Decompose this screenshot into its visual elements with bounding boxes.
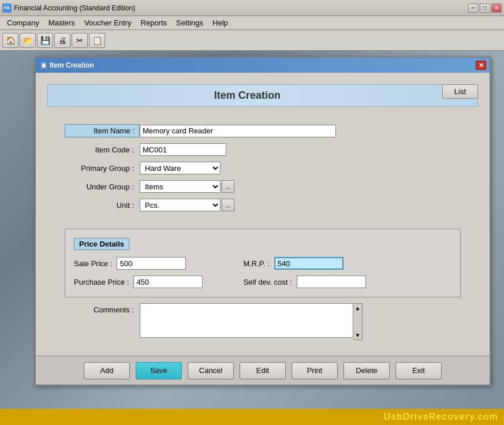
self-dev-cost-row: Self dev. cost :: [243, 275, 365, 288]
scrollbar-up[interactable]: ▲: [353, 305, 362, 311]
toolbar-paste-button[interactable]: 📋: [89, 33, 105, 48]
menu-bar: Company Masters Voucher Entry Reports Se…: [0, 16, 504, 30]
under-group-browse-button[interactable]: ...: [222, 180, 234, 193]
unit-browse-button[interactable]: ...: [222, 199, 234, 211]
item-name-input[interactable]: [140, 125, 336, 137]
price-right-col: M.R.P. : Self dev. cost :: [243, 257, 365, 288]
brand-rest: Recovery.com: [429, 412, 498, 422]
unit-label: Unit :: [65, 201, 140, 210]
cancel-button[interactable]: Cancel: [188, 362, 234, 379]
delete-button[interactable]: Delete: [344, 362, 390, 379]
dialog-footer: Add Save Cancel Edit Print Delete Exit: [36, 356, 490, 385]
sale-price-label: Sale Price :: [74, 259, 112, 268]
dialog-title: Item Creation: [50, 61, 94, 69]
toolbar-save-button[interactable]: 💾: [37, 33, 53, 48]
item-name-row: Item Name :: [65, 124, 461, 137]
minimize-button[interactable]: ─: [468, 3, 479, 13]
menu-settings[interactable]: Settings: [171, 17, 208, 28]
list-button[interactable]: List: [442, 84, 478, 99]
scrollbar-down[interactable]: ▼: [353, 332, 362, 338]
item-code-input[interactable]: [140, 143, 226, 156]
toolbar: 🏠 📂 💾 🖨 ✂ 📋: [0, 30, 504, 51]
print-button[interactable]: Print: [292, 362, 338, 379]
maximize-button[interactable]: □: [480, 3, 490, 13]
menu-reports[interactable]: Reports: [136, 17, 172, 28]
under-group-select[interactable]: Items Sub Items: [140, 180, 221, 193]
add-button[interactable]: Add: [84, 362, 130, 379]
price-grid: Sale Price : Purchase Price : M.R.P. :: [74, 257, 451, 288]
purchase-price-label: Purchase Price :: [74, 278, 129, 286]
price-details-title: Price Details: [74, 238, 129, 250]
under-group-label: Under Group :: [65, 182, 140, 191]
app-icon: FA: [2, 3, 12, 13]
dialog-close-button[interactable]: ✕: [476, 61, 486, 70]
toolbar-home-button[interactable]: 🏠: [2, 33, 18, 48]
close-button[interactable]: ✕: [491, 3, 502, 13]
price-details-section: Price Details Sale Price : Purchase Pric…: [65, 229, 461, 297]
under-group-row: Under Group : Items Sub Items ...: [65, 180, 461, 193]
mrp-label: M.R.P. :: [243, 259, 269, 268]
form-title: Item Creation: [47, 84, 478, 107]
dialog-title-bar: 📋 Item Creation ✕: [36, 58, 490, 73]
save-button[interactable]: Save: [136, 362, 182, 379]
comments-row: Comments : ▲ ▼: [65, 303, 461, 340]
primary-group-label: Primary Group :: [65, 164, 140, 173]
edit-button[interactable]: Edit: [240, 362, 286, 379]
brand-highlight: UsbDrive: [384, 412, 429, 422]
bottom-bar: UsbDriveRecovery.com: [0, 409, 504, 425]
main-area: 📋 Item Creation ✕ List Item Creation Ite…: [0, 51, 504, 397]
self-dev-cost-label: Self dev. cost :: [243, 278, 292, 286]
dialog-content: List Item Creation Item Name : Item Code…: [36, 73, 490, 356]
title-bar: FA Financial Accounting (Standard Editio…: [0, 0, 504, 16]
purchase-price-input[interactable]: [133, 275, 203, 288]
brand-text: UsbDriveRecovery.com: [384, 412, 498, 422]
toolbar-print-button[interactable]: 🖨: [54, 33, 70, 48]
menu-masters[interactable]: Masters: [44, 17, 80, 28]
toolbar-cut-button[interactable]: ✂: [72, 33, 88, 48]
comments-section: Comments : ▲ ▼: [65, 303, 461, 340]
app-title: Financial Accounting (Standard Edition): [14, 4, 135, 12]
sale-price-input[interactable]: [117, 257, 186, 270]
item-name-label: Item Name :: [65, 124, 140, 137]
mrp-row: M.R.P. :: [243, 257, 365, 270]
comments-input[interactable]: [140, 303, 353, 338]
exit-button[interactable]: Exit: [395, 362, 442, 379]
mrp-input[interactable]: [274, 257, 344, 270]
toolbar-open-button[interactable]: 📂: [20, 33, 36, 48]
item-code-label: Item Code :: [65, 146, 140, 154]
unit-select[interactable]: Pcs. Nos. Kg. Ltr.: [140, 199, 221, 211]
form-section: Item Name : Item Code : Primary Group : …: [47, 118, 478, 223]
menu-help[interactable]: Help: [208, 17, 233, 28]
primary-group-select[interactable]: Hard Ware Software Electronics: [140, 162, 221, 174]
menu-company[interactable]: Company: [2, 17, 44, 28]
primary-group-row: Primary Group : Hard Ware Software Elect…: [65, 162, 461, 174]
price-left-col: Sale Price : Purchase Price :: [74, 257, 203, 288]
item-creation-dialog: 📋 Item Creation ✕ List Item Creation Ite…: [35, 57, 491, 386]
item-code-row: Item Code :: [65, 143, 461, 156]
sale-price-row: Sale Price :: [74, 257, 203, 270]
comments-label: Comments :: [65, 303, 140, 314]
dialog-icon: 📋: [39, 61, 47, 69]
purchase-price-row: Purchase Price :: [74, 275, 203, 288]
unit-row: Unit : Pcs. Nos. Kg. Ltr. ...: [65, 199, 461, 211]
menu-voucher-entry[interactable]: Voucher Entry: [80, 17, 136, 28]
self-dev-cost-input[interactable]: [297, 275, 366, 288]
